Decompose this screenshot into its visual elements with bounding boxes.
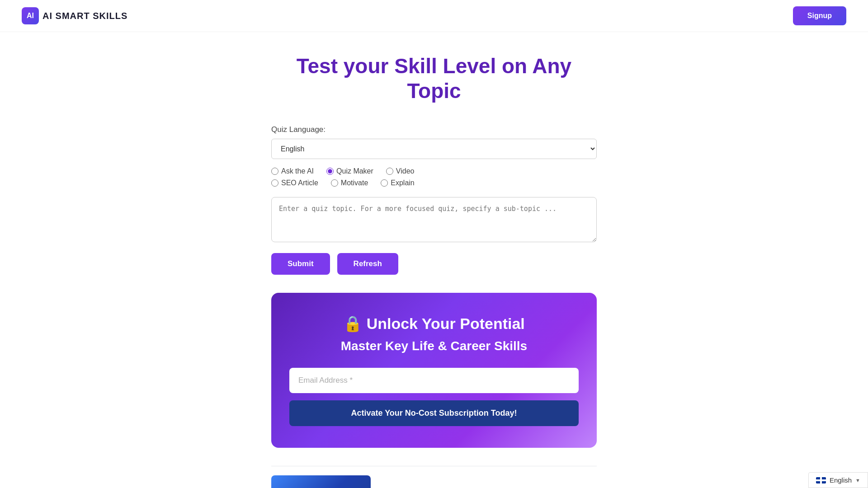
main-content: Test your Skill Level on Any Topic Quiz … xyxy=(262,32,606,488)
button-row: Submit Refresh xyxy=(271,253,597,275)
signup-button[interactable]: Signup xyxy=(793,6,846,25)
navbar: AI AI SMART SKILLS Signup xyxy=(0,0,868,32)
radio-motivate[interactable]: Motivate xyxy=(331,179,368,187)
logo-icon: AI xyxy=(22,7,39,24)
radio-motivate-label: Motivate xyxy=(341,179,368,187)
radio-video-input[interactable] xyxy=(386,168,393,175)
email-input[interactable] xyxy=(289,368,579,393)
language-bar[interactable]: English ▼ xyxy=(808,472,868,488)
unlock-title-text: Unlock Your Potential xyxy=(367,315,525,332)
radio-video-label: Video xyxy=(396,167,415,175)
activate-button[interactable]: Activate Your No-Cost Subscription Today… xyxy=(289,400,579,426)
radio-quiz-maker[interactable]: Quiz Maker xyxy=(326,167,373,175)
refresh-button[interactable]: Refresh xyxy=(337,253,398,275)
uk-flag-icon xyxy=(816,477,826,483)
video-thumbnail: ▶ xyxy=(271,475,371,488)
radio-ask-ai-label: Ask the AI xyxy=(281,167,314,175)
bottom-image-area: ▶ xyxy=(271,475,597,488)
topic-textarea[interactable] xyxy=(271,197,597,242)
chevron-down-icon: ▼ xyxy=(855,478,860,483)
lock-icon: 🔒 xyxy=(343,315,362,332)
radio-motivate-input[interactable] xyxy=(331,179,338,187)
radio-explain[interactable]: Explain xyxy=(381,179,414,187)
unlock-title: 🔒 Unlock Your Potential xyxy=(289,314,579,333)
unlock-section: 🔒 Unlock Your Potential Master Key Life … xyxy=(271,293,597,448)
radio-quiz-maker-input[interactable] xyxy=(326,168,334,175)
submit-button[interactable]: Submit xyxy=(271,253,330,275)
unlock-subtitle: Master Key Life & Career Skills xyxy=(289,339,579,353)
radio-seo-article-input[interactable] xyxy=(271,179,278,187)
mode-row-2: SEO Article Motivate Explain xyxy=(271,179,597,187)
language-label: Quiz Language: xyxy=(271,125,597,134)
quiz-form: Quiz Language: English Spanish French Ge… xyxy=(271,125,597,275)
radio-ask-ai[interactable]: Ask the AI xyxy=(271,167,314,175)
radio-explain-input[interactable] xyxy=(381,179,388,187)
radio-quiz-maker-label: Quiz Maker xyxy=(336,167,373,175)
language-bar-label: English xyxy=(830,476,852,484)
brand-name: AI SMART SKILLS xyxy=(42,11,127,21)
mode-row-1: Ask the AI Quiz Maker Video xyxy=(271,167,597,175)
logo-area: AI AI SMART SKILLS xyxy=(22,7,127,24)
radio-video[interactable]: Video xyxy=(386,167,415,175)
content-divider xyxy=(271,466,597,466)
page-title: Test your Skill Level on Any Topic xyxy=(271,54,597,103)
radio-explain-label: Explain xyxy=(391,179,414,187)
language-select[interactable]: English Spanish French German Portuguese… xyxy=(271,139,597,159)
radio-seo-article-label: SEO Article xyxy=(281,179,318,187)
radio-seo-article[interactable]: SEO Article xyxy=(271,179,318,187)
radio-ask-ai-input[interactable] xyxy=(271,168,278,175)
logo-abbr-text: AI xyxy=(27,12,34,20)
